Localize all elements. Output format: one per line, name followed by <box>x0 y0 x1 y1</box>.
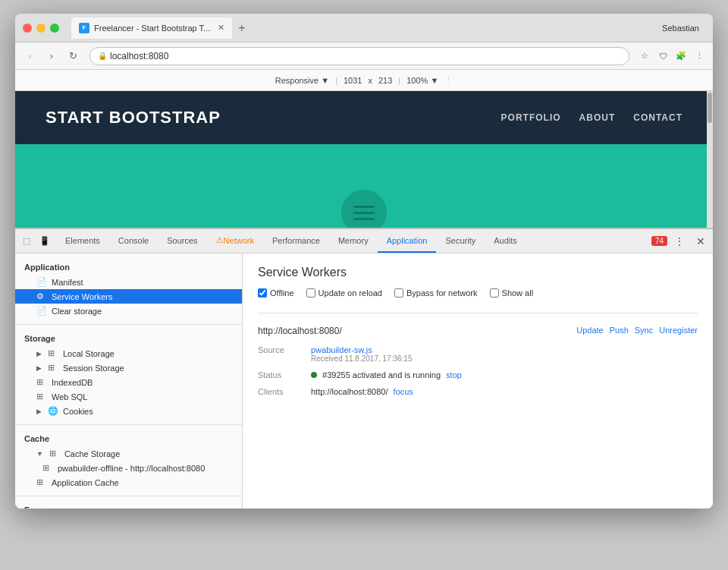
sidebar-item-application-cache[interactable]: ⊞ Application Cache <box>15 475 242 490</box>
indexeddb-icon: ⊞ <box>36 377 47 387</box>
address-bar[interactable]: 🔒 localhost:8080 <box>89 47 629 65</box>
sidebar-item-service-workers[interactable]: ⚙ Service Workers <box>15 289 242 304</box>
reload-button[interactable]: ↻ <box>64 47 82 65</box>
scrollbar-thumb[interactable] <box>708 93 712 123</box>
traffic-lights <box>23 24 59 33</box>
show-all-checkbox[interactable] <box>490 288 499 298</box>
sidebar-item-web-sql[interactable]: ⊞ Web SQL <box>15 389 242 404</box>
source-file-link[interactable]: pwabuilder-sw.js <box>311 345 372 354</box>
web-sql-icon: ⊞ <box>36 392 47 402</box>
hero-lines-icon <box>353 206 375 220</box>
forward-button[interactable]: › <box>42 47 61 65</box>
sw-host-row: Update Push Sync Unregister http://local… <box>258 326 698 336</box>
clients-url: http://localhost:8080/ <box>311 387 388 396</box>
pwabuilder-cache-icon: ⊞ <box>42 463 53 473</box>
tab-elements[interactable]: Elements <box>56 229 109 253</box>
update-link[interactable]: Update <box>576 326 603 335</box>
bookmark-icon[interactable]: ☆ <box>637 49 652 64</box>
tab-network[interactable]: ⚠ Network <box>207 229 263 253</box>
unregister-link[interactable]: Unregister <box>659 326 698 335</box>
minimize-button[interactable] <box>36 24 46 33</box>
active-tab[interactable]: F Freelancer - Start Bootstrap T... ✕ <box>71 17 232 39</box>
update-on-reload-checkbox[interactable] <box>306 288 315 298</box>
extension-icon[interactable]: 🧩 <box>673 49 689 64</box>
sidebar-item-cookies[interactable]: ▶ 🌐 Cookies <box>15 404 242 418</box>
title-bar: F Freelancer - Start Bootstrap T... ✕ + … <box>15 14 713 43</box>
tab-title: Freelancer - Start Bootstrap T... <box>94 24 210 33</box>
devtools-tab-right: 74 ⋮ ✕ <box>651 229 710 253</box>
responsive-label[interactable]: Responsive ▼ <box>275 76 329 85</box>
sidebar-item-cache-storage[interactable]: ▼ ⊞ Cache Storage <box>15 446 242 461</box>
application-cache-icon: ⊞ <box>36 477 47 487</box>
clients-value: http://localhost:8080/ focus <box>311 387 413 396</box>
clients-label: Clients <box>258 387 311 396</box>
tab-security[interactable]: Security <box>436 229 485 253</box>
clear-storage-icon: 📄 <box>36 306 47 316</box>
more-button[interactable]: ⋮ <box>692 49 707 64</box>
show-all-option[interactable]: Show all <box>490 288 534 298</box>
nav-bar: ‹ › ↻ 🔒 localhost:8080 ☆ 🛡 🧩 ⋮ <box>15 43 713 70</box>
more-responsive-icon[interactable]: ⋮ <box>444 75 453 85</box>
tab-application[interactable]: Application <box>378 229 437 253</box>
webpage-preview: START BOOTSTRAP PORTFOLIO ABOUT CONTACT <box>15 91 713 228</box>
stop-link[interactable]: stop <box>446 370 462 379</box>
tab-close-button[interactable]: ✕ <box>218 23 224 33</box>
responsive-height: 213 <box>378 76 392 85</box>
section-application-label: Application <box>15 260 242 275</box>
devtools-main-panel: Service Workers Offline Update on reload… <box>243 254 713 509</box>
offline-option[interactable]: Offline <box>258 288 294 298</box>
responsive-bar: Responsive ▼ | 1031 x 213 | 100% ▼ ⋮ <box>15 70 713 91</box>
source-timestamp: Received 11.8.2017, 17:36:15 <box>311 354 412 363</box>
divider-3 <box>15 496 242 496</box>
devtools-close-button[interactable]: ✕ <box>692 232 710 250</box>
tab-performance[interactable]: Performance <box>263 229 329 253</box>
new-tab-button[interactable]: + <box>238 21 245 35</box>
shield-icon[interactable]: 🛡 <box>655 49 670 64</box>
error-badge: 74 <box>651 236 667 246</box>
offline-checkbox[interactable] <box>258 288 267 298</box>
tab-audits[interactable]: Audits <box>485 229 526 253</box>
section-cache-label: Cache <box>15 431 242 446</box>
close-button[interactable] <box>23 24 32 33</box>
bypass-network-checkbox[interactable] <box>394 288 403 298</box>
nav-link-about[interactable]: ABOUT <box>579 112 616 123</box>
sidebar-item-local-storage[interactable]: ▶ ⊞ Local Storage <box>15 346 242 361</box>
tab-sources[interactable]: Sources <box>158 229 206 253</box>
device-icon[interactable]: 📱 <box>36 233 53 250</box>
sw-divider <box>258 313 698 313</box>
devtools-menu-button[interactable]: ⋮ <box>670 232 689 250</box>
devtools-sidebar: Application 📄 Manifest ⚙ Service Workers… <box>15 254 243 509</box>
sidebar-item-session-storage[interactable]: ▶ ⊞ Session Storage <box>15 361 242 375</box>
service-workers-title: Service Workers <box>258 266 698 279</box>
focus-link[interactable]: focus <box>394 387 413 396</box>
sw-options-bar: Offline Update on reload Bypass for netw… <box>258 288 698 298</box>
expand-session-storage: ▶ <box>36 364 42 372</box>
site-nav: START BOOTSTRAP PORTFOLIO ABOUT CONTACT <box>15 91 713 144</box>
tab-memory[interactable]: Memory <box>329 229 378 253</box>
update-on-reload-option[interactable]: Update on reload <box>306 288 382 298</box>
push-link[interactable]: Push <box>610 326 629 335</box>
browser-window: F Freelancer - Start Bootstrap T... ✕ + … <box>15 14 713 509</box>
expand-cache-storage: ▼ <box>36 450 43 458</box>
sidebar-item-pwabuilder-cache[interactable]: ⊞ pwabuilder-offline - http://localhost:… <box>15 461 242 475</box>
webpage-scrollbar[interactable] <box>707 91 713 228</box>
fullscreen-button[interactable] <box>50 24 59 33</box>
sidebar-item-manifest[interactable]: 📄 Manifest <box>15 275 242 289</box>
sw-clients-row: Clients http://localhost:8080/ focus <box>258 387 698 396</box>
cookies-icon: 🌐 <box>48 406 58 416</box>
sw-host-url: http://localhost:8080/ <box>258 326 342 336</box>
bypass-network-option[interactable]: Bypass for network <box>394 288 478 298</box>
sync-link[interactable]: Sync <box>635 326 653 335</box>
tab-console[interactable]: Console <box>109 229 158 253</box>
sidebar-item-clear-storage[interactable]: 📄 Clear storage <box>15 304 242 318</box>
inspect-icon[interactable]: ⬚ <box>18 233 35 250</box>
status-dot <box>311 372 317 378</box>
zoom-level[interactable]: 100% ▼ <box>406 76 438 85</box>
sidebar-item-indexeddb[interactable]: ⊞ IndexedDB <box>15 375 242 389</box>
section-storage-label: Storage <box>15 331 242 346</box>
sw-status-row: Status #39255 activated and is running s… <box>258 370 698 379</box>
nav-link-contact[interactable]: CONTACT <box>633 112 682 123</box>
service-workers-icon: ⚙ <box>36 291 47 301</box>
nav-link-portfolio[interactable]: PORTFOLIO <box>501 112 561 123</box>
back-button[interactable]: ‹ <box>21 47 39 65</box>
